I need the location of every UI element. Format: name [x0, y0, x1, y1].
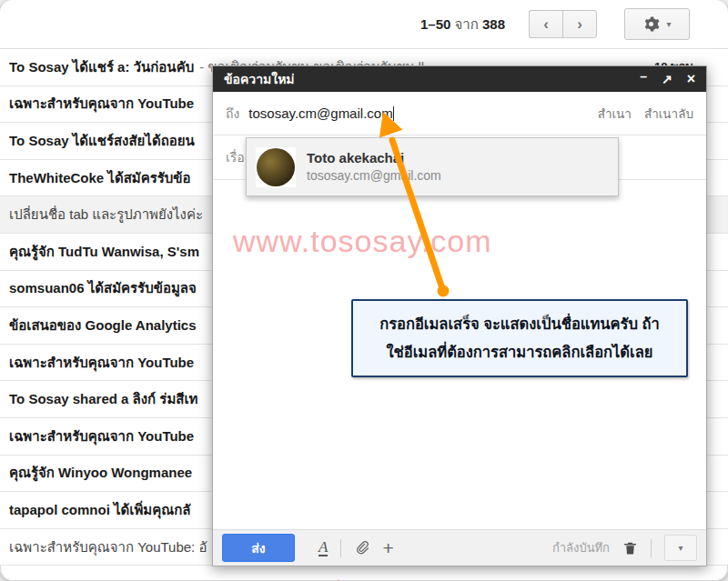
compose-titlebar[interactable]: ข้อความใหม่ – ↗ ×: [213, 66, 706, 92]
attach-file-icon[interactable]: [354, 540, 369, 556]
text-cursor: [393, 106, 394, 121]
annotation-note-box: กรอกอีเมลเสร็จ จะแสดงเป็นชื่อแทนครับ ถ้า…: [351, 299, 688, 377]
email-subject: เฉพาะสำหรับคุณจาก YouTube: อั: [9, 536, 207, 558]
contact-avatar: [256, 147, 296, 187]
email-subject: somsuan06 ได้สมัครรับข้อมูลจ: [9, 277, 197, 299]
minimize-icon[interactable]: –: [640, 70, 647, 83]
gear-icon: [642, 15, 660, 33]
to-label: ถึง: [226, 104, 239, 124]
watermark-text-partial: tososay.com: [335, 573, 486, 581]
more-options-button[interactable]: ▾: [664, 535, 697, 561]
contact-name: Toto akekachai: [307, 149, 441, 167]
contact-email: tososay.cm@gmail.com: [307, 167, 441, 185]
send-button[interactable]: ส่ง: [222, 534, 295, 562]
pagination-of-label: จาก: [455, 16, 479, 32]
page-nav-group: ‹ ›: [529, 10, 597, 38]
email-subject: เฉพาะสำหรับคุณจาก YouTube: [9, 426, 194, 447]
discard-draft-trash-icon[interactable]: [622, 540, 638, 556]
bcc-link[interactable]: สำเนาลับ: [644, 104, 693, 124]
email-subject: เปลี่ยนชื่อ tab และรูปภาพยังไงค่ะ: [9, 204, 203, 225]
email-subject: tapapol comnoi ได้เพิ่มคุณกลั: [9, 499, 190, 521]
prev-page-button[interactable]: ‹: [529, 10, 562, 38]
compose-title: ข้อความใหม่: [224, 69, 295, 89]
pagination-range: 1–50: [420, 16, 450, 32]
formatting-options-icon[interactable]: A: [318, 539, 328, 556]
compose-toolbar: ส่ง A + กำลังบันทึก ▾: [213, 529, 706, 566]
more-insert-options-icon[interactable]: +: [382, 537, 393, 559]
caret-down-icon: ▾: [666, 19, 671, 29]
contact-suggestion-item[interactable]: Toto akekachai tososay.cm@gmail.com: [246, 137, 619, 196]
caret-down-icon: ▾: [678, 543, 682, 553]
saving-status: กำลังบันทึก: [552, 538, 610, 557]
email-subject: ข้อเสนอของ Google Analytics: [9, 315, 197, 336]
to-field-row[interactable]: ถึง tososay.cm@gmail.com สำเนา สำเนาลับ: [213, 92, 706, 135]
email-subject: คุณรู้จัก Winyoo Wongmanee: [9, 462, 192, 484]
suggestion-text: Toto akekachai tososay.cm@gmail.com: [307, 149, 441, 185]
next-page-button[interactable]: ›: [562, 10, 597, 38]
settings-button[interactable]: ▾: [624, 8, 690, 40]
top-toolbar: 1–50 จาก 388 ‹ › ▾: [0, 0, 728, 49]
toolbar-divider: [651, 539, 652, 557]
email-subject: To Sosay shared a ลิงก์ ร่มสีเท: [9, 388, 198, 410]
send-label: ส่ง: [251, 538, 265, 558]
gmail-page: 1–50 จาก 388 ‹ › ▾ To Sosay ได้แชร์ a: ว…: [0, 0, 728, 581]
email-subject: To Sosay ได้แชร์สงสัยได้ถอยน: [9, 130, 195, 152]
close-icon[interactable]: ×: [687, 72, 695, 86]
cc-link[interactable]: สำเนา: [598, 104, 632, 124]
pagination-total: 388: [482, 16, 505, 32]
email-subject: เฉพาะสำหรับคุณจาก YouTube: [9, 93, 194, 115]
to-input[interactable]: tososay.cm@gmail.com: [248, 105, 392, 121]
note-line-1: กรอกอีเมลเสร็จ จะแสดงเป็นชื่อแทนครับ ถ้า: [379, 310, 660, 338]
email-subject: เฉพาะสำหรับคุณจาก YouTube: [9, 352, 194, 374]
email-subject: To Sosay ได้แชร์ a: วันก่อนคับ: [9, 56, 194, 78]
toolbar-divider: [340, 539, 341, 557]
popout-icon[interactable]: ↗: [662, 73, 672, 85]
avatar-image: [257, 148, 295, 186]
note-line-2: ใช่อีเมลที่ต้องการสามารถคลิกเลือกได้เลย: [386, 338, 652, 366]
email-subject: คุณรู้จัก TudTu Wanwisa, S'sm: [9, 241, 199, 263]
email-subject: TheWhiteCoke ได้สมัครรับข้อ: [9, 167, 191, 189]
chevron-left-icon: ‹: [543, 15, 549, 34]
pagination-status: 1–50 จาก 388: [420, 14, 505, 35]
cc-bcc-links: สำเนา สำเนาลับ: [598, 104, 693, 124]
toolbar-right-group: กำลังบันทึก ▾: [552, 535, 697, 561]
chevron-right-icon: ›: [577, 15, 582, 34]
